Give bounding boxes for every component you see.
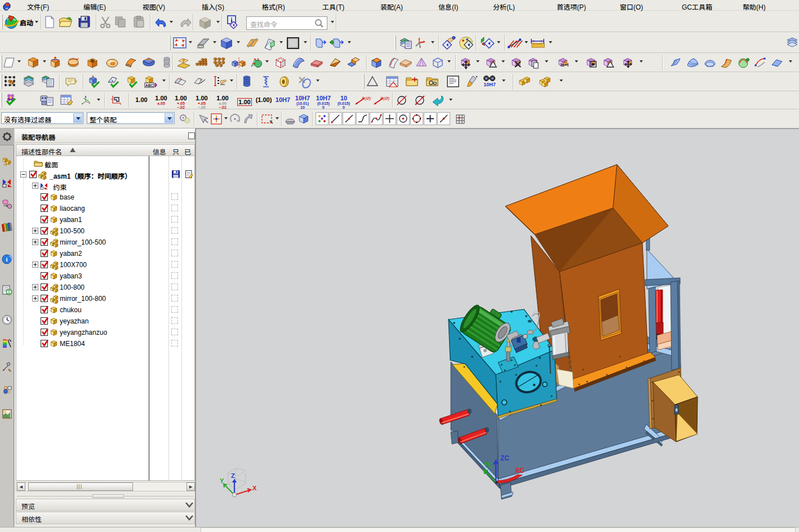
svg-text:ZC: ZC <box>500 454 509 462</box>
svg-text:Y: Y <box>220 477 224 484</box>
svg-text:ABC: ABC <box>145 83 153 87</box>
svg-text:i: i <box>6 256 7 263</box>
svg-text:X: X <box>252 485 257 491</box>
svg-text:R(Ø): R(Ø) <box>380 96 390 101</box>
svg-text:10H7: 10H7 <box>483 82 496 87</box>
svg-text:XC: XC <box>515 467 525 475</box>
svg-text:Z: Z <box>231 472 235 479</box>
svg-text:YC: YC <box>483 461 493 469</box>
svg-text:R(Ø): R(Ø) <box>362 96 371 101</box>
svg-text:x: x <box>564 60 566 64</box>
